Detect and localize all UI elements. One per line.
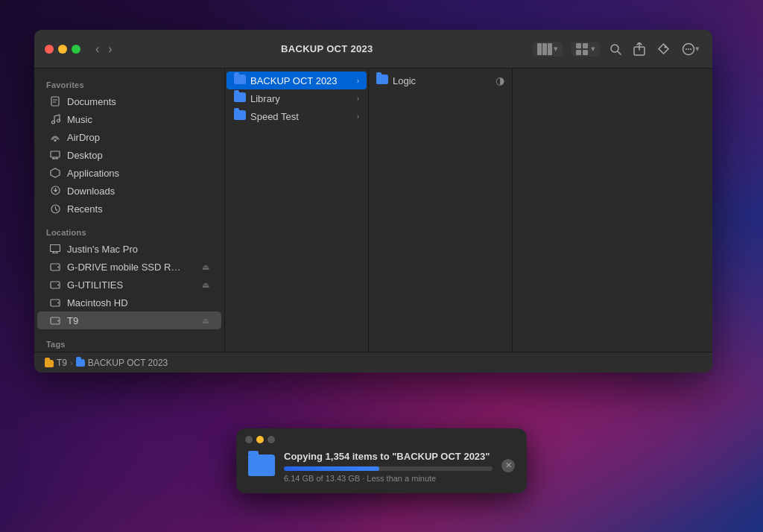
copy-dialog-title: Copying 1,354 items to "BACKUP OCT 2023" (284, 451, 493, 462)
t9-drive-icon (49, 314, 61, 326)
computer-icon (49, 243, 61, 255)
window-title: BACKUP OCT 2023 (127, 43, 527, 54)
backup-folder-icon (234, 75, 246, 86)
column-item-speed-test[interactable]: Speed Test › (227, 107, 367, 125)
sidebar-item-downloads[interactable]: Downloads (37, 182, 221, 200)
applications-icon (49, 167, 61, 179)
tags-label: Tags (34, 334, 224, 352)
svg-point-13 (688, 48, 689, 50)
recents-icon (49, 203, 61, 215)
breadcrumb-bar: T9 › BACKUP OCT 2023 (34, 352, 712, 373)
svg-point-19 (57, 119, 60, 122)
logic-folder-icon (376, 75, 388, 86)
gdrive-eject-button[interactable]: ⏏ (202, 262, 209, 272)
svg-point-32 (57, 266, 59, 267)
progress-bar-fill (284, 466, 379, 471)
sidebar-item-macintosh-hd-label: Macintosh HD (67, 297, 128, 308)
dialog-minimize-tl[interactable] (256, 436, 264, 443)
svg-point-10 (665, 46, 667, 48)
forward-button[interactable]: › (105, 41, 115, 57)
share-button[interactable] (631, 40, 648, 58)
finder-body: Favorites Documents (34, 69, 712, 352)
sidebar-item-gdrive-ssd[interactable]: G-DRIVE mobile SSD R-Seri... ⏏ (37, 258, 221, 276)
svg-point-12 (686, 48, 687, 50)
dialog-content: Copying 1,354 items to "BACKUP OCT 2023"… (284, 451, 493, 483)
macintosh-hd-icon (49, 297, 61, 308)
share-icon (633, 42, 645, 56)
svg-rect-3 (576, 43, 581, 48)
toolbar-controls: ▾ ▾ (533, 40, 702, 58)
sidebar-item-desktop[interactable]: Desktop (37, 146, 221, 164)
column-item-speed-test-label: Speed Test (250, 111, 299, 122)
gutilities-eject-button[interactable]: ⏏ (202, 280, 209, 290)
breadcrumb-backup-label: BACKUP OCT 2023 (88, 358, 168, 368)
more-button[interactable]: ▾ (680, 40, 702, 58)
sidebar-item-t9[interactable]: T9 ⏏ (37, 311, 221, 329)
search-button[interactable] (607, 41, 624, 57)
more-icon (682, 42, 695, 56)
sidebar-item-macintosh-hd[interactable]: Macintosh HD (37, 294, 221, 311)
sidebar-item-applications-label: Applications (67, 168, 119, 179)
t9-eject-button[interactable]: ⏏ (202, 316, 209, 326)
sidebar-item-applications[interactable]: Applications (37, 164, 221, 182)
view-toggle-button[interactable]: ▾ (533, 42, 563, 57)
sidebar-item-music[interactable]: Music (37, 110, 221, 128)
svg-point-34 (57, 284, 59, 285)
column-view-icon (537, 43, 552, 55)
downloads-icon (49, 185, 61, 197)
airdrop-icon (49, 131, 61, 143)
dialog-traffic-lights (245, 436, 275, 443)
sidebar-item-documents[interactable]: Documents (37, 92, 221, 110)
sidebar-item-gutilities[interactable]: G-UTILITIES ⏏ (37, 276, 221, 294)
svg-rect-0 (537, 43, 542, 55)
close-button[interactable] (45, 45, 54, 54)
minimize-button[interactable] (58, 45, 67, 54)
sidebar-item-recents[interactable]: Recents (37, 200, 221, 218)
finder-window: ‹ › BACKUP OCT 2023 ▾ (34, 30, 712, 373)
favorites-label: Favorites (34, 75, 224, 92)
sidebar-item-music-label: Music (67, 114, 92, 125)
breadcrumb-backup[interactable]: BACKUP OCT 2023 (76, 358, 168, 368)
gdrive-ssd-icon (49, 261, 61, 273)
maximize-button[interactable] (72, 45, 80, 54)
svg-point-36 (57, 302, 59, 303)
view-dropdown-arrow: ▾ (554, 44, 558, 54)
sidebar-item-gutilities-label: G-UTILITIES (67, 279, 123, 291)
sidebar-item-airdrop[interactable]: AirDrop (37, 128, 221, 146)
speed-test-chevron: › (357, 113, 359, 121)
locations-label: Locations (34, 222, 224, 240)
svg-point-18 (51, 121, 54, 124)
brightness-icon: ◑ (496, 75, 504, 86)
breadcrumb-t9-label: T9 (57, 358, 67, 368)
dialog-close-tl[interactable] (245, 436, 253, 443)
breadcrumb-t9[interactable]: T9 (45, 358, 67, 368)
column-1: BACKUP OCT 2023 › Library › Speed (225, 69, 369, 352)
sidebar-item-mac-pro-label: Justin's Mac Pro (67, 244, 138, 255)
tag-button[interactable] (655, 40, 672, 57)
more-dropdown-arrow: ▾ (695, 44, 700, 54)
library-chevron: › (357, 95, 359, 103)
sidebar-item-downloads-label: Downloads (67, 186, 115, 197)
column-3 (513, 69, 712, 352)
sidebar-item-airdrop-label: AirDrop (67, 132, 100, 143)
breadcrumb-backup-icon (76, 358, 85, 368)
library-folder-icon (234, 92, 246, 104)
backup-chevron: › (357, 77, 359, 85)
dialog-maximize-tl[interactable] (267, 436, 275, 443)
sidebar-item-mac-pro[interactable]: Justin's Mac Pro (37, 240, 221, 258)
column-item-library[interactable]: Library › (227, 89, 367, 107)
back-button[interactable]: ‹ (92, 41, 102, 57)
column-item-backup-oct-2023[interactable]: BACKUP OCT 2023 › (227, 72, 367, 89)
svg-rect-15 (51, 97, 59, 106)
column-item-backup-label: BACKUP OCT 2023 (250, 75, 338, 86)
column-item-library-label: Library (250, 93, 280, 104)
nav-buttons: ‹ › (92, 41, 115, 57)
sidebar-item-gdrive-label: G-DRIVE mobile SSD R-Seri... (67, 262, 183, 273)
column-item-logic-label: Logic (393, 75, 416, 86)
grid-view-button[interactable]: ▾ (572, 42, 600, 57)
sidebar: Favorites Documents (34, 69, 225, 352)
copy-dialog-close-button[interactable]: ✕ (501, 459, 515, 472)
column-item-logic[interactable]: Logic ◑ (369, 72, 512, 89)
svg-line-8 (618, 51, 621, 54)
column-2: Logic ◑ (369, 69, 513, 352)
